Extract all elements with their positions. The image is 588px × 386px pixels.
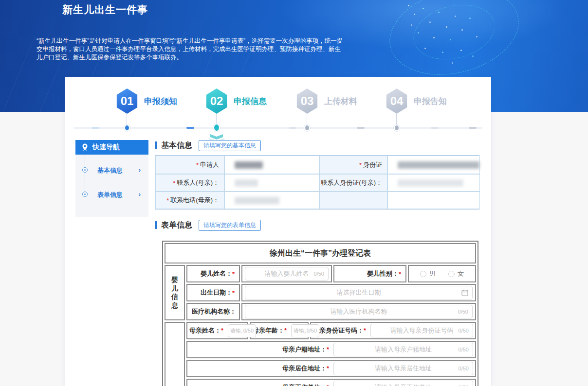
placeholder: 请输入母亲户籍地址 [338,345,469,354]
baby-name-label: 婴儿姓名：* [186,265,240,282]
id-card-label: *身份证 [319,156,387,174]
step-declaration-info[interactable]: 02 申报信息 [205,88,228,114]
mother-registered-address-cell: 母亲户籍地址：* 请输入母亲户籍地址0/50 [186,341,476,358]
nav-bullet-icon [82,192,88,197]
progress-dash [289,127,296,129]
empty-label-cell [319,192,387,209]
hospital-cell: 请输入医疗机构名称 0/50 [241,303,476,320]
progress-dot-step2 [213,123,220,132]
char-counter: 0/50 [312,271,324,277]
mother-residence-address-input[interactable]: 请输入母亲居住地址0/50 [333,362,473,375]
basic-info-section-header: 基本信息 请填写您的基本信息 [155,140,479,151]
char-counter: 0/50 [457,366,469,371]
char-counter: 0/50 [457,328,469,333]
mother-workplace-input[interactable]: 请输入母亲工作单位0/50 [333,381,473,386]
masked-value [235,179,258,187]
required-mark: * [221,327,223,334]
step-label: 上传材料 [324,96,357,107]
progress-dash [186,127,194,129]
required-mark: * [173,179,175,187]
mother-workplace-label: 母亲工作单位：* [282,383,331,386]
form-info-hint-badge: 请填写您的表单信息 [199,220,261,231]
radio-circle-icon [420,271,426,277]
nav-bullet-icon [82,167,88,173]
mother-info-section: 母亲姓名：* 请输入0/50 母亲年龄：* 请输入0/50 母亲身份证号码：* … [165,322,476,386]
baby-name-input[interactable]: 请输入婴儿姓名 0/50 [245,267,329,281]
sidebar-item-form-info[interactable]: 表单信息 › [75,189,148,200]
section-accent-bar [155,141,157,149]
step-number: 04 [390,94,404,108]
mother-group-cell [165,322,185,386]
sidebar-item-label: 表单信息 [97,191,123,199]
birth-date-label: 出生日期：* [186,284,240,301]
placeholder: 请输入 [294,327,306,334]
step-upload-materials[interactable]: 03 上传材料 [296,88,318,114]
required-mark: * [364,327,366,334]
hospital-input[interactable]: 请输入医疗机构名称 0/50 [245,305,473,318]
required-mark: * [232,270,235,278]
placeholder: 请输入母亲身份证号码 [375,326,469,335]
empty-value-cell [387,192,480,209]
gender-female-radio[interactable]: 女 [448,269,464,278]
basic-info-hint-badge: 请填写您的基本信息 [199,140,261,151]
step-declaration-result[interactable]: 04 申报告知 [386,88,408,114]
basic-info-title: 基本信息 [161,140,192,151]
progress-dash [469,127,477,129]
masked-value [398,179,463,187]
basic-info-table: *申请人 *身份证 *联系人(母亲)： 联系人身份证(母亲)： *联系电话(母亲… [155,155,479,210]
gender-male-radio[interactable]: 男 [420,269,436,278]
step-1-hexagon-icon: 01 [116,88,138,114]
step-number: 03 [301,94,314,108]
calendar-icon[interactable] [461,289,468,296]
form-info-title: 表单信息 [161,220,192,230]
birth-date-cell: 请选择出生日期 [241,284,476,301]
masked-value [235,197,279,204]
applicant-value [224,156,319,174]
required-mark: * [327,365,329,372]
mother-age-cell: 母亲年龄：* 请输入0/50 [250,322,309,339]
sidebar-item-basic-info[interactable]: 基本信息 › [75,164,148,176]
form-info-section-header: 表单信息 请填写您的表单信息 [155,220,479,230]
mother-name-input[interactable]: 请输入0/50 [228,324,256,337]
progress-dash [431,127,439,129]
form-table-title: 徐州出生“一件事”办理登记表 [165,243,476,263]
mother-residence-address-label: 母亲居住地址：* [282,364,331,373]
placeholder: 请输入母亲工作单位 [338,383,469,386]
mother-registered-address-label: 母亲户籍地址：* [282,345,331,354]
mother-age-input[interactable]: 请输入0/50 [291,324,319,337]
content-card: 01 申报须知 02 申报信息 03 上传材料 04 申报告知 快速导航 [65,77,491,386]
id-card-value [387,156,480,174]
baby-name-cell: 请输入婴儿姓名 0/50 [241,265,332,282]
step-label: 申报信息 [234,96,267,107]
required-mark: * [327,384,329,386]
quick-nav-body: 基本信息 › 表单信息 › [75,155,148,217]
mother-id-input[interactable]: 请输入母亲身份证号码0/50 [370,324,473,337]
baby-gender-cell: 男 女 [408,265,476,282]
current-step-chevron-icon [210,134,223,140]
contact-value [224,174,319,192]
step-label: 申报告知 [414,96,447,107]
mother-name-cell: 母亲姓名：* 请输入0/50 [186,322,248,339]
contact-id-value [387,174,480,192]
hospital-label: 医疗机构名称： [186,303,240,320]
required-mark: * [284,327,287,334]
quick-nav-title: 快速导航 [92,143,120,152]
step-label: 申报须知 [144,96,177,107]
quick-nav-sidebar: 快速导航 基本信息 › 表单信息 › [75,140,148,217]
baby-gender-label: 婴儿性别：* [333,265,406,282]
birth-date-picker[interactable]: 请选择出生日期 [245,286,473,299]
step-4-hexagon-icon: 04 [386,88,408,114]
placeholder: 请输入 [230,327,242,334]
location-pin-icon [82,143,88,151]
contact-label: *联系人(母亲)： [155,174,224,192]
baby-info-section: 婴儿信息 婴儿姓名：* 请输入婴儿姓名 0/50 婴儿性别：* [165,265,476,320]
mother-name-label: 母亲姓名：* [189,326,225,335]
page-title: 新生儿出生一件事 [62,3,148,17]
step-3-hexagon-icon: 03 [296,88,318,114]
step-declaration-notice[interactable]: 01 申报须知 [116,88,138,114]
mother-id-cell: 母亲身份证号码：* 请输入母亲身份证号码0/50 [310,322,476,339]
mother-age-label: 母亲年龄：* [253,326,288,335]
page-description: “新生儿出生一件事”是针对申请人在一件事窗口填写“新生儿出生一件事申请表”，选择… [37,37,343,62]
progress-dash [357,127,365,129]
mother-registered-address-input[interactable]: 请输入母亲户籍地址0/50 [333,343,473,356]
